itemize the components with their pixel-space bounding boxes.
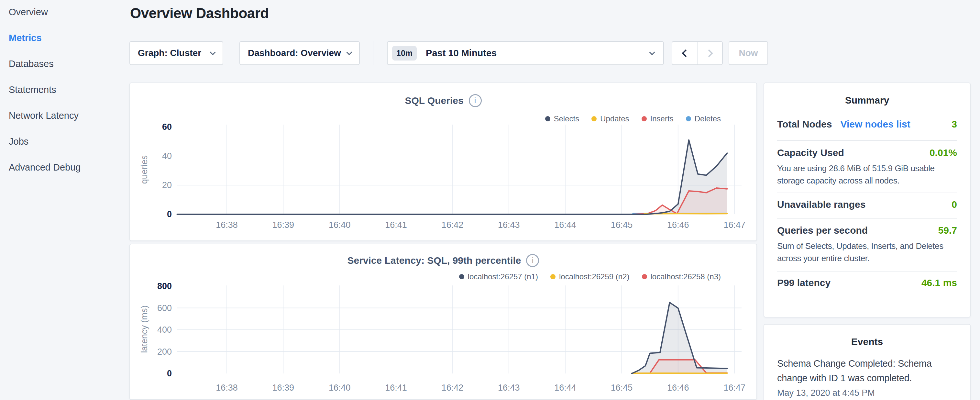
service-latency-chart-plot[interactable]: 020040060080016:3816:3916:4016:4116:4216… (130, 244, 758, 400)
graph-dropdown[interactable]: Graph: Cluster (129, 41, 223, 65)
summary-panel: Summary Total Nodes View nodes list 3 Ca… (764, 83, 970, 317)
time-pager (672, 41, 723, 65)
sidebar-item-jobs[interactable]: Jobs (9, 135, 125, 148)
svg-text:0: 0 (167, 209, 172, 219)
toolbar-divider (373, 41, 373, 65)
events-heading: Events (777, 325, 957, 347)
svg-text:800: 800 (157, 281, 172, 291)
summary-row-queries-per-second: Queries per second 59.7 Sum of Selects, … (777, 219, 957, 271)
prev-time-button[interactable] (672, 42, 697, 64)
next-time-button[interactable] (697, 42, 722, 64)
sidebar-nav: OverviewMetricsDatabasesStatementsNetwor… (9, 5, 125, 186)
svg-text:16:41: 16:41 (385, 383, 407, 392)
summary-row-value: 46.1 ms (921, 277, 957, 288)
summary-row-total-nodes: Total Nodes View nodes list 3 (777, 119, 957, 141)
summary-row-label: Total Nodes (777, 119, 832, 130)
graph-dropdown-label: Graph: Cluster (138, 48, 201, 58)
summary-row-label: Capacity Used (777, 147, 844, 158)
summary-row-label: P99 latency (777, 277, 830, 288)
time-range-selector[interactable]: 10m Past 10 Minutes (387, 41, 664, 65)
svg-text:16:41: 16:41 (385, 220, 407, 230)
sidebar-item-network-latency[interactable]: Network Latency (9, 109, 125, 122)
svg-text:16:42: 16:42 (442, 220, 464, 230)
time-range-label: Past 10 Minutes (426, 48, 650, 59)
svg-text:16:42: 16:42 (442, 383, 464, 392)
dashboard-dropdown[interactable]: Dashboard: Overview (239, 41, 360, 65)
sidebar-item-metrics[interactable]: Metrics (9, 31, 125, 45)
service-latency-chart-card: Service Latency: SQL, 99th percentile i … (129, 244, 757, 400)
svg-text:16:46: 16:46 (667, 383, 689, 392)
svg-text:600: 600 (157, 303, 172, 313)
sql-queries-chart-card: SQL Queries i SelectsUpdatesInsertsDelet… (129, 83, 757, 241)
event-list-item[interactable]: Schema Change Completed: Schema change w… (777, 356, 957, 398)
summary-row-value: 0.01% (929, 147, 957, 158)
summary-heading: Summary (777, 83, 957, 106)
summary-row-value: 0 (951, 199, 957, 210)
sidebar-item-statements[interactable]: Statements (9, 83, 125, 96)
sidebar-item-databases[interactable]: Databases (9, 57, 125, 70)
svg-text:16:46: 16:46 (667, 220, 689, 230)
event-text: Schema Change Completed: Schema change w… (777, 356, 932, 386)
svg-text:16:44: 16:44 (554, 383, 576, 392)
svg-text:16:38: 16:38 (216, 220, 238, 230)
svg-text:16:43: 16:43 (498, 220, 520, 230)
now-button[interactable]: Now (729, 41, 768, 65)
time-range-badge: 10m (392, 46, 417, 61)
sidebar-item-advanced-debug[interactable]: Advanced Debug (9, 161, 125, 174)
summary-row-value: 3 (951, 119, 957, 130)
chevron-left-icon (682, 49, 689, 57)
summary-row-subtext: Sum of Selects, Updates, Inserts, and De… (777, 240, 957, 265)
svg-text:20: 20 (162, 180, 172, 190)
svg-text:16:40: 16:40 (329, 383, 351, 392)
summary-row-value: 59.7 (938, 225, 957, 236)
svg-text:200: 200 (157, 347, 172, 357)
svg-text:16:43: 16:43 (498, 383, 520, 392)
svg-text:16:45: 16:45 (611, 220, 633, 230)
view-nodes-list-link[interactable]: View nodes list (840, 119, 910, 130)
summary-row-label: Unavailable ranges (777, 199, 865, 210)
events-panel: Events Schema Change Completed: Schema c… (764, 324, 970, 400)
chevron-right-icon (705, 49, 713, 57)
summary-row-capacity-used: Capacity Used 0.01% You are using 28.6 M… (777, 141, 957, 193)
summary-row-subtext: You are using 28.6 MiB of 515.9 GiB usab… (777, 162, 957, 187)
svg-text:16:47: 16:47 (724, 383, 745, 392)
sql-queries-chart-plot[interactable]: 020406016:3816:3916:4016:4116:4216:4316:… (130, 83, 758, 242)
event-timestamp: May 13, 2020 at 4:45 PM (777, 388, 957, 398)
sidebar-item-overview[interactable]: Overview (9, 5, 125, 19)
svg-text:16:40: 16:40 (329, 220, 351, 230)
page-title: Overview Dashboard (130, 5, 269, 21)
chevron-down-icon (210, 49, 215, 55)
svg-text:queries: queries (140, 155, 149, 184)
svg-text:16:39: 16:39 (272, 220, 294, 230)
svg-text:60: 60 (162, 122, 172, 132)
summary-row-label: Queries per second (777, 225, 868, 236)
svg-text:0: 0 (167, 369, 172, 378)
svg-text:400: 400 (157, 325, 172, 335)
chevron-down-icon (346, 49, 352, 55)
chevron-down-icon (649, 49, 655, 55)
svg-text:16:45: 16:45 (611, 383, 633, 392)
svg-text:16:47: 16:47 (724, 220, 745, 230)
svg-text:16:44: 16:44 (554, 220, 576, 230)
svg-text:latency (ms): latency (ms) (140, 305, 149, 353)
summary-row-unavailable-ranges: Unavailable ranges 0 (777, 193, 957, 219)
svg-text:40: 40 (162, 151, 172, 161)
dashboard-dropdown-label: Dashboard: Overview (248, 48, 341, 58)
svg-text:16:38: 16:38 (216, 383, 238, 392)
svg-text:16:39: 16:39 (272, 383, 294, 392)
summary-row-p99-latency: P99 latency 46.1 ms (777, 271, 957, 288)
now-button-label: Now (739, 48, 758, 58)
